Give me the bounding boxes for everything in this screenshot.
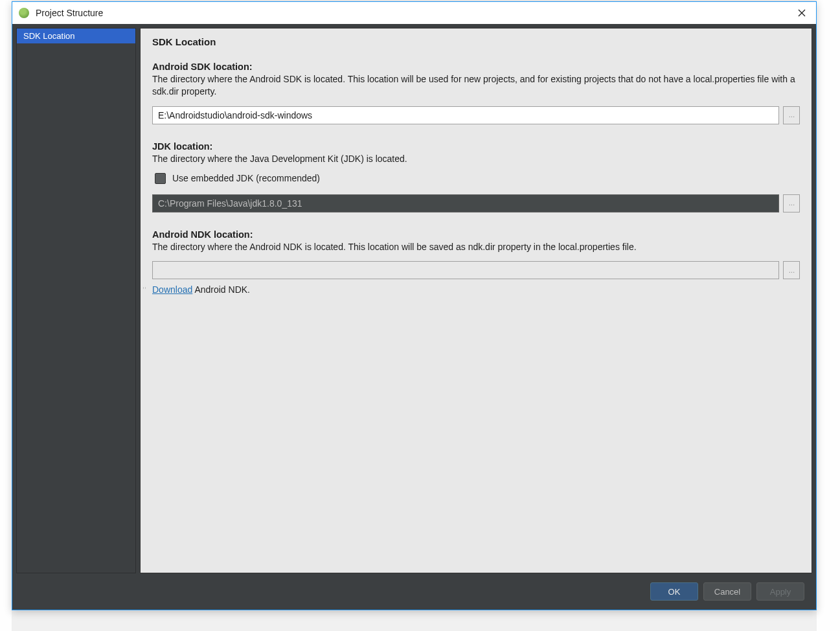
apply-button[interactable]: Apply bbox=[756, 582, 804, 601]
project-structure-dialog: Project Structure SDK Location ⋮⋮ SDK Lo… bbox=[12, 1, 817, 610]
main-panel: SDK Location Android SDK location: The d… bbox=[140, 28, 812, 573]
background-ide-fragment bbox=[0, 0, 12, 631]
sdk-path-row: … bbox=[152, 106, 800, 124]
jdk-section-desc: The directory where the Java Development… bbox=[152, 153, 800, 165]
download-ndk-tail: Android NDK. bbox=[192, 284, 250, 295]
splitter-handle[interactable]: ⋮⋮ bbox=[142, 287, 147, 300]
ndk-section-desc: The directory where the Android NDK is l… bbox=[152, 241, 800, 253]
ok-button[interactable]: OK bbox=[650, 582, 698, 601]
ndk-section-title: Android NDK location: bbox=[152, 229, 800, 240]
sdk-browse-button[interactable]: … bbox=[783, 106, 800, 124]
cancel-button[interactable]: Cancel bbox=[703, 582, 751, 601]
download-ndk-link[interactable]: Download bbox=[152, 284, 192, 295]
background-ide-fragment-right bbox=[817, 0, 840, 631]
ndk-browse-button[interactable]: … bbox=[783, 261, 800, 279]
ndk-download-line: Download Android NDK. bbox=[152, 284, 800, 295]
close-button[interactable] bbox=[788, 2, 816, 24]
sdk-path-input[interactable] bbox=[152, 106, 779, 124]
android-studio-icon bbox=[19, 8, 29, 18]
sdk-section-title: Android SDK location: bbox=[152, 62, 800, 72]
sdk-section-desc: The directory where the Android SDK is l… bbox=[152, 73, 800, 98]
use-embedded-jdk-label: Use embedded JDK (recommended) bbox=[172, 173, 320, 183]
window-title: Project Structure bbox=[36, 8, 788, 18]
ndk-path-row: … bbox=[152, 261, 800, 279]
sidebar-item-sdk-location[interactable]: SDK Location bbox=[17, 29, 135, 43]
jdk-path-input[interactable] bbox=[152, 194, 779, 212]
sidebar-item-label: SDK Location bbox=[23, 31, 75, 41]
jdk-embedded-row: Use embedded JDK (recommended) bbox=[155, 173, 800, 184]
titlebar[interactable]: Project Structure bbox=[12, 2, 816, 24]
content-row: SDK Location ⋮⋮ SDK Location Android SDK… bbox=[16, 28, 812, 573]
panel-heading: SDK Location bbox=[152, 36, 800, 47]
jdk-browse-button[interactable]: … bbox=[783, 194, 800, 212]
use-embedded-jdk-checkbox[interactable] bbox=[155, 173, 166, 184]
jdk-path-row: … bbox=[152, 194, 800, 212]
grip-dots-icon: ⋮⋮ bbox=[142, 287, 146, 289]
ndk-path-input[interactable] bbox=[152, 261, 779, 279]
dialog-body: SDK Location ⋮⋮ SDK Location Android SDK… bbox=[12, 24, 816, 610]
button-bar: OK Cancel Apply bbox=[16, 573, 812, 610]
close-icon bbox=[798, 9, 806, 17]
jdk-section-title: JDK location: bbox=[152, 141, 800, 152]
sidebar: SDK Location bbox=[16, 28, 136, 573]
